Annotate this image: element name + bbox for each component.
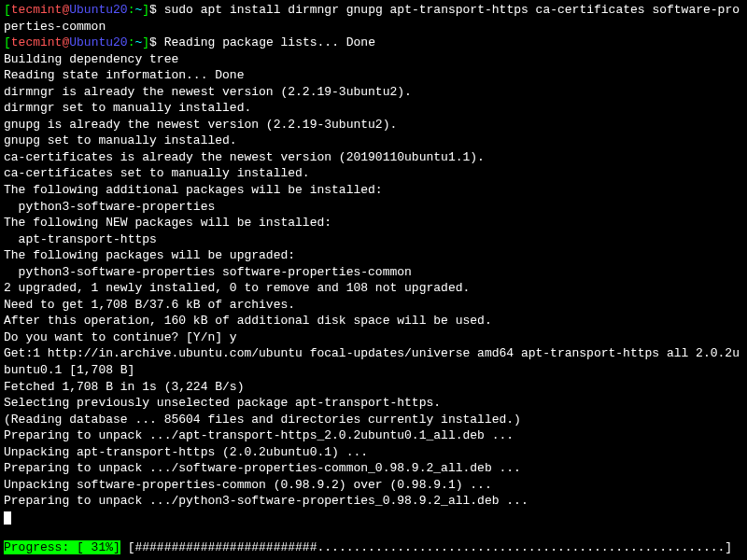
progress-label: Progress: [ 31%] <box>4 540 120 554</box>
progress-empty: ........................................… <box>317 540 725 554</box>
cursor <box>4 511 11 525</box>
progress-bar: Progress: [ 31%] [######################… <box>0 539 747 556</box>
progress-fill: ######################### <box>134 540 317 554</box>
apt-output: Reading package lists... Done Building d… <box>4 35 740 508</box>
shell-prompt: [tecmint@Ubuntu20:~]$ <box>4 3 157 17</box>
shell-prompt: [tecmint@Ubuntu20:~]$ <box>4 35 157 49</box>
terminal-output-area[interactable]: [tecmint@Ubuntu20:~]$ sudo apt install d… <box>4 2 743 526</box>
